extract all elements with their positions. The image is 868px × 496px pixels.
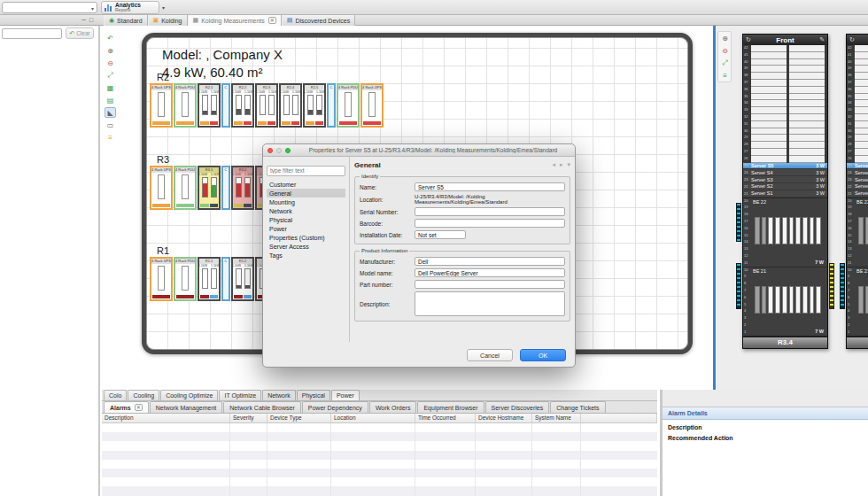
editor-tab-kolding-measurements[interactable]: ▦Kolding Measurements✕ xyxy=(188,15,282,26)
rack-unit-empty[interactable]: 30 xyxy=(847,128,868,136)
sub-tab-work-orders[interactable]: Work Orders xyxy=(369,401,417,413)
rack-unit-empty[interactable]: 39 xyxy=(743,66,827,73)
dialog-titlebar[interactable]: Properties for Server S5 at U-25/R3.4/R3… xyxy=(263,144,575,157)
view-tab-physical[interactable]: Physical xyxy=(297,390,330,400)
rack-r1-2[interactable]: R1.21.1kW1.1kW xyxy=(231,257,254,301)
rack-r1-1[interactable]: R1.11.1kW1.1kW xyxy=(198,257,221,301)
zoom-out-icon[interactable]: ⊖ xyxy=(719,45,731,56)
cursor-icon[interactable]: ◣ xyxy=(105,107,116,118)
rack-unit-empty[interactable]: 30 xyxy=(743,128,827,136)
fit-icon[interactable]: ⤢ xyxy=(105,70,116,81)
rack-4-rack-pdu[interactable]: 4 Rack PDU xyxy=(174,83,197,128)
rack-unit-empty[interactable]: 36 xyxy=(847,87,868,94)
sub-tab-server-discoveries[interactable]: Server Discoveries xyxy=(485,401,550,413)
table-row[interactable] xyxy=(102,423,657,432)
rack-4-rack-pdu[interactable]: 4 Rack PDU xyxy=(174,166,197,210)
close-icon[interactable]: ✕ xyxy=(135,404,143,411)
dialog-nav-item-network[interactable]: Network xyxy=(267,206,345,215)
rack-unit-empty[interactable]: 37 xyxy=(847,80,868,87)
editor-tab-discovered-devices[interactable]: ▤Discovered Devices xyxy=(282,15,355,26)
rack-unit-empty[interactable]: 34 xyxy=(847,100,868,107)
rack-unit-empty[interactable]: 42 xyxy=(743,45,827,52)
rack-unit-empty[interactable]: 26 xyxy=(743,156,827,163)
rack-unit-empty[interactable]: 33 xyxy=(743,107,827,114)
rack-r2-2[interactable]: R2.21.1kW1.1kW xyxy=(231,83,254,128)
view-tab-cooling-optimize[interactable]: Cooling Optimize xyxy=(160,390,218,400)
rack-4-rack-ups[interactable]: 4 Rack UPS xyxy=(150,166,173,210)
column-header-device-type[interactable]: Device Type xyxy=(267,414,331,422)
rack-4-rack-ups[interactable]: 4 Rack UPS xyxy=(360,83,384,128)
rack-unit-empty[interactable]: 28 xyxy=(847,142,868,149)
forward-arrow-icon[interactable]: ▸ xyxy=(560,161,563,168)
field-barcode[interactable] xyxy=(415,219,565,228)
rows-icon[interactable]: ≡ xyxy=(105,132,116,143)
edit-pencil-icon[interactable]: ✎ xyxy=(819,36,825,43)
rack-unit-empty[interactable]: 33 xyxy=(847,107,868,114)
field-part-number[interactable] xyxy=(415,280,565,289)
field-manufacturer[interactable] xyxy=(415,257,565,266)
column-header-time-occurred[interactable]: Time Occurred xyxy=(415,414,476,422)
field-name[interactable] xyxy=(415,182,565,191)
dialog-nav-item-physical[interactable]: Physical xyxy=(267,215,345,224)
ok-button[interactable]: OK xyxy=(520,349,566,361)
rack-unit-empty[interactable]: 29 xyxy=(847,135,868,142)
sub-tab-change-tickets[interactable]: Change Tickets xyxy=(550,401,605,413)
rack-r2-1[interactable]: R2.11.1kW1.1kW xyxy=(198,83,221,128)
sub-tab-power-dependency[interactable]: Power Dependency xyxy=(302,401,368,413)
table-row[interactable] xyxy=(102,486,657,495)
rack-r2-3[interactable]: R2.31.1kW1.1kW xyxy=(255,83,278,128)
rack-r3-1[interactable]: R3.11.1kW1.1kW xyxy=(198,166,221,210)
column-header-severity[interactable]: Severity xyxy=(230,414,267,422)
close-icon[interactable]: ✕ xyxy=(268,17,276,24)
table-row[interactable] xyxy=(102,469,657,477)
rack-unit-empty[interactable]: 41 xyxy=(743,52,827,59)
minimize-window-icon[interactable] xyxy=(276,148,282,153)
rack-4-rack-ups[interactable]: 4 Rack UPS xyxy=(150,83,173,128)
shape-icon[interactable]: ▭ xyxy=(105,120,116,130)
view-tab-cooling[interactable]: Cooling xyxy=(128,390,159,400)
sub-tab-equipment-browser[interactable]: Equipment Browser xyxy=(417,401,484,413)
blade-enclosure[interactable]: 10987654321BE 217 W xyxy=(743,267,827,336)
back-arrow-icon[interactable]: ◂ xyxy=(552,161,555,168)
rack-unit-server[interactable]: 23Server S33 W xyxy=(743,176,827,183)
rack-elevation-adjacent[interactable]: ↻Front✎424140393837363534333231302928272… xyxy=(846,34,868,349)
table-row[interactable] xyxy=(102,460,657,469)
rack-unit-empty[interactable]: 38 xyxy=(847,73,868,80)
view-tab-colo[interactable]: Colo xyxy=(104,390,127,400)
dialog-nav-item-general[interactable]: General xyxy=(267,189,345,198)
back-icon[interactable]: ↶ xyxy=(105,33,116,43)
rack-unit-empty[interactable]: 31 xyxy=(743,121,827,128)
rack-unit-empty[interactable]: 26 xyxy=(847,156,868,163)
filter-input[interactable] xyxy=(267,166,345,176)
column-header-location[interactable]: Location xyxy=(331,414,415,422)
field-description[interactable] xyxy=(415,291,565,316)
zoom-in-icon[interactable]: ⊕ xyxy=(719,33,731,43)
table-row[interactable] xyxy=(102,441,657,450)
rack-unit-empty[interactable]: 35 xyxy=(743,94,827,101)
rack-c[interactable]: C xyxy=(327,83,336,128)
export-icon[interactable]: ▤ xyxy=(105,95,116,105)
dialog-nav-item-server-access[interactable]: Server Access xyxy=(267,242,345,251)
rack-unit-empty[interactable]: 41 xyxy=(847,52,868,59)
sub-tab-network-management[interactable]: Network Management xyxy=(150,401,222,413)
column-header-system-name[interactable]: System Name xyxy=(532,414,581,422)
rack-r3-2[interactable]: R3.21.1kW1.1kW xyxy=(231,166,254,210)
rack-unit-server[interactable]: 24Server S43 W xyxy=(743,169,827,176)
rack-unit-empty[interactable]: 32 xyxy=(847,114,868,121)
rack-unit-empty[interactable]: 28 xyxy=(743,142,827,149)
blade-enclosure[interactable]: 20191817161514131211BE 227 W xyxy=(743,198,827,267)
zoom-out-icon[interactable]: ⊖ xyxy=(105,58,116,68)
rack-unit-empty[interactable]: 40 xyxy=(743,59,827,66)
table-row[interactable] xyxy=(102,451,657,460)
rack-unit-empty[interactable]: 27 xyxy=(847,149,868,156)
rack-unit-empty[interactable]: 35 xyxy=(847,94,868,101)
rack-unit-server[interactable]: 21Server S13 W xyxy=(743,190,827,198)
editor-tab-kolding[interactable]: ▣Kolding xyxy=(148,15,188,26)
field-serial-number[interactable] xyxy=(415,207,565,216)
analytics-dropdown-arrow[interactable]: ▾ xyxy=(162,4,165,11)
dialog-nav-item-customer[interactable]: Customer xyxy=(267,180,345,189)
zoom-window-icon[interactable] xyxy=(285,148,291,153)
zoom-in-icon[interactable]: ⊕ xyxy=(105,45,116,56)
menu-dropdown-icon[interactable]: ▾ xyxy=(567,161,570,168)
rack-unit-server[interactable]: 22Server S23 W xyxy=(847,183,868,190)
